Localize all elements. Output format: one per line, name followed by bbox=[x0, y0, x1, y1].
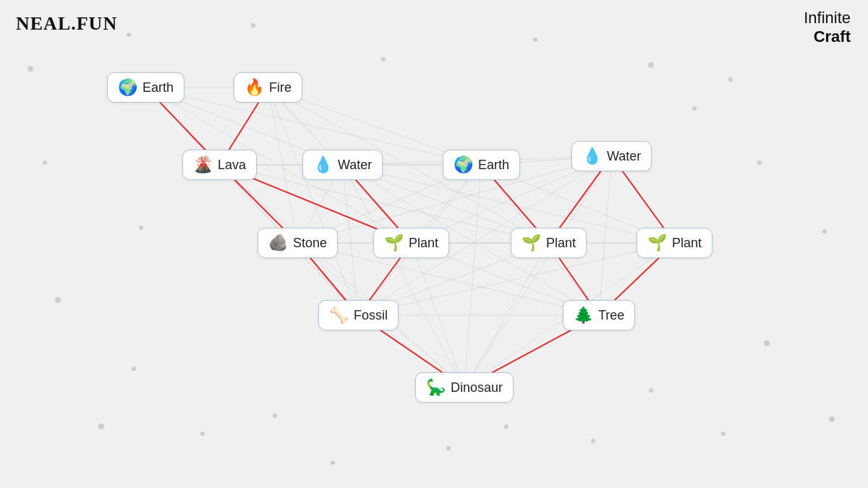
node-emoji-fire1: 🔥 bbox=[244, 78, 264, 97]
svg-point-92 bbox=[764, 341, 770, 346]
node-lava1[interactable]: 🌋Lava bbox=[182, 150, 257, 180]
node-label-earth2: Earth bbox=[478, 158, 509, 173]
node-label-lava1: Lava bbox=[218, 158, 246, 173]
node-emoji-fossil1: 🦴 bbox=[329, 306, 349, 325]
svg-point-95 bbox=[692, 106, 697, 111]
svg-line-29 bbox=[343, 165, 465, 388]
svg-point-93 bbox=[822, 229, 827, 234]
node-label-water2: Water bbox=[607, 149, 641, 164]
svg-line-58 bbox=[464, 243, 549, 388]
svg-line-44 bbox=[464, 156, 612, 388]
node-label-fire1: Fire bbox=[269, 80, 292, 95]
node-label-dino1: Dinosaur bbox=[451, 380, 503, 395]
node-emoji-plant3: 🌱 bbox=[647, 234, 667, 252]
svg-point-87 bbox=[139, 226, 143, 230]
node-emoji-stone1: 🪨 bbox=[268, 234, 288, 252]
logo-infinite-top: Infinite bbox=[804, 9, 851, 27]
node-water2[interactable]: 💧Water bbox=[571, 141, 652, 171]
logo-neal: NEAL.FUN bbox=[16, 13, 117, 35]
node-emoji-water2: 💧 bbox=[582, 147, 602, 166]
node-emoji-lava1: 🌋 bbox=[193, 155, 213, 174]
node-emoji-earth2: 🌍 bbox=[454, 155, 473, 174]
svg-point-83 bbox=[533, 38, 537, 42]
node-emoji-plant2: 🌱 bbox=[522, 234, 541, 252]
node-plant3[interactable]: 🌱Plant bbox=[637, 228, 712, 258]
svg-line-43 bbox=[599, 156, 612, 315]
node-emoji-earth1: 🌍 bbox=[118, 78, 137, 97]
node-emoji-water1: 💧 bbox=[313, 155, 333, 174]
svg-point-88 bbox=[55, 297, 61, 303]
node-label-plant1: Plant bbox=[409, 236, 438, 251]
node-label-stone1: Stone bbox=[293, 236, 327, 251]
node-stone1[interactable]: 🪨Stone bbox=[258, 228, 338, 258]
svg-point-102 bbox=[721, 432, 726, 436]
node-tree1[interactable]: 🌲Tree bbox=[563, 300, 635, 330]
svg-point-91 bbox=[649, 388, 653, 393]
svg-point-82 bbox=[381, 57, 386, 61]
svg-point-79 bbox=[27, 66, 33, 72]
svg-point-81 bbox=[251, 23, 255, 27]
node-label-plant3: Plant bbox=[672, 236, 702, 251]
svg-point-103 bbox=[829, 416, 835, 422]
node-fossil1[interactable]: 🦴Fossil bbox=[318, 300, 399, 330]
node-label-water1: Water bbox=[338, 158, 372, 173]
svg-line-27 bbox=[343, 165, 359, 315]
svg-line-6 bbox=[146, 87, 359, 315]
svg-line-37 bbox=[464, 165, 482, 388]
node-earth1[interactable]: 🌍Earth bbox=[107, 72, 184, 103]
svg-line-54 bbox=[412, 243, 465, 388]
node-emoji-dino1: 🦕 bbox=[426, 378, 446, 397]
svg-point-94 bbox=[757, 160, 762, 165]
node-dino1[interactable]: 🦕Dinosaur bbox=[415, 372, 514, 403]
svg-point-90 bbox=[273, 414, 277, 418]
node-water1[interactable]: 💧Water bbox=[302, 150, 383, 180]
svg-line-10 bbox=[268, 87, 298, 243]
node-fire1[interactable]: 🔥Fire bbox=[234, 72, 302, 103]
svg-point-96 bbox=[446, 446, 451, 450]
svg-point-86 bbox=[43, 160, 47, 165]
svg-point-89 bbox=[132, 367, 136, 371]
node-label-earth1: Earth bbox=[142, 80, 174, 95]
node-emoji-plant1: 🌱 bbox=[384, 234, 404, 252]
node-earth2[interactable]: 🌍Earth bbox=[443, 150, 520, 180]
svg-point-97 bbox=[331, 461, 335, 465]
svg-point-101 bbox=[591, 439, 595, 443]
svg-point-100 bbox=[504, 424, 509, 429]
svg-point-80 bbox=[127, 33, 131, 37]
node-label-fossil1: Fossil bbox=[354, 308, 388, 323]
node-label-tree1: Tree bbox=[598, 308, 624, 323]
logo-infinite-bottom: Craft bbox=[804, 27, 851, 46]
svg-point-84 bbox=[648, 62, 654, 68]
node-plant1[interactable]: 🌱Plant bbox=[373, 228, 449, 258]
svg-point-85 bbox=[728, 77, 733, 82]
svg-line-13 bbox=[268, 87, 359, 315]
node-plant2[interactable]: 🌱Plant bbox=[511, 228, 587, 258]
node-emoji-tree1: 🌲 bbox=[574, 306, 593, 325]
node-label-plant2: Plant bbox=[546, 236, 576, 251]
logo-infinite: Infinite Craft bbox=[804, 9, 851, 47]
svg-point-99 bbox=[98, 424, 104, 429]
svg-line-20 bbox=[220, 165, 465, 388]
svg-point-98 bbox=[200, 432, 205, 436]
